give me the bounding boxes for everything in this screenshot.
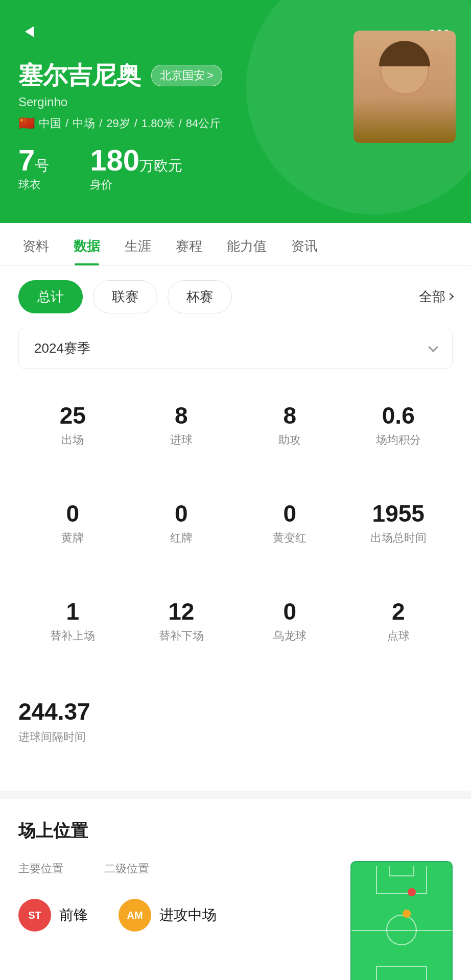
jersey-number: 7号	[18, 145, 49, 175]
main-content: 总计 联赛 杯赛 全部 2024赛季 25 出场 8 进球 8 助攻	[0, 266, 471, 791]
flag-icon: 🇨🇳	[18, 115, 35, 131]
position-badges: ST 前锋 AM 进攻中场	[18, 899, 330, 942]
stat-label: 黄牌	[23, 530, 122, 546]
position-content: 主要位置 二级位置 ST 前锋 AM 进攻中场	[18, 861, 453, 980]
season-label: 2024赛季	[34, 339, 90, 357]
primary-position-label: 主要位置	[18, 861, 63, 876]
stat-total-time: 1955 出场总时间	[344, 487, 453, 560]
stat-value: 244.37	[18, 698, 453, 725]
penalty-box-bottom	[376, 966, 427, 980]
position-tag-am: AM	[119, 899, 151, 932]
filter-league[interactable]: 联赛	[93, 280, 157, 313]
stat-value: 25	[23, 404, 122, 427]
chevron-down-icon	[428, 342, 438, 352]
section-divider	[0, 791, 471, 799]
player-height: 1.80米	[142, 116, 175, 131]
stat-assists: 8 助攻	[236, 389, 344, 462]
stats-row-3: 1 替补上场 12 替补下场 0 乌龙球 2 点球	[18, 585, 453, 658]
stat-value: 0	[241, 600, 339, 623]
stat-label: 出场总时间	[349, 530, 448, 546]
stat-value: 0	[132, 502, 231, 525]
player-age: 29岁	[106, 116, 130, 131]
stat-red-card: 0 红牌	[127, 487, 236, 560]
tab-profile[interactable]: 资料	[10, 223, 61, 265]
stats-section: 25 出场 8 进球 8 助攻 0.6 场均积分 0 黄牌 0	[0, 389, 471, 770]
chevron-right-icon	[446, 292, 454, 300]
market-value-stat: 180万欧元 身价	[90, 145, 182, 192]
stat-avg-score: 0.6 场均积分	[344, 389, 453, 462]
player-photo	[354, 31, 456, 143]
stats-row-2: 0 黄牌 0 红牌 0 黄变红 1955 出场总时间	[18, 487, 453, 560]
team-name: 北京国安	[160, 68, 205, 83]
stat-label: 红牌	[132, 530, 231, 546]
stat-label: 出场	[23, 432, 122, 448]
filter-all[interactable]: 全部	[419, 288, 453, 306]
stat-label: 助攻	[241, 432, 339, 448]
stat-value: 12	[132, 600, 231, 623]
player-position: 中场	[73, 116, 95, 131]
stat-yellow-to-red: 0 黄变红	[236, 487, 344, 560]
back-button[interactable]	[18, 20, 41, 43]
team-badge[interactable]: 北京国安 >	[151, 65, 222, 86]
filter-cup[interactable]: 杯赛	[168, 280, 232, 313]
tab-data[interactable]: 数据	[61, 223, 112, 265]
primary-position-name: 前锋	[59, 905, 88, 925]
tab-schedule[interactable]: 赛程	[163, 223, 215, 265]
jersey-stat: 7号 球衣	[18, 145, 49, 192]
goal-box-top	[389, 866, 414, 876]
secondary-position-label: 二级位置	[104, 861, 149, 876]
stat-label: 替补下场	[132, 628, 231, 644]
filter-row: 总计 联赛 杯赛 全部	[0, 266, 471, 328]
season-selector[interactable]: 2024赛季	[18, 328, 453, 369]
position-marker-primary	[408, 888, 416, 896]
tab-career[interactable]: 生涯	[112, 223, 163, 265]
position-col-headers: 主要位置 二级位置	[18, 861, 330, 887]
position-section: 场上位置 主要位置 二级位置 ST 前锋 AM 进攻中场	[0, 799, 471, 980]
secondary-position-name: 进攻中场	[159, 905, 217, 925]
stat-label: 场均积分	[349, 432, 448, 448]
stat-goal-interval: 244.37 进球间隔时间	[18, 683, 453, 770]
secondary-position-badge: AM 进攻中场	[119, 899, 217, 932]
tab-news[interactable]: 资讯	[279, 223, 330, 265]
stat-value: 2	[349, 600, 448, 623]
stat-value: 0	[241, 502, 339, 525]
stat-yellow-card: 0 黄牌	[18, 487, 127, 560]
primary-position-badge: ST 前锋	[18, 899, 88, 932]
market-value-number: 180万欧元	[90, 145, 182, 175]
hero-section: 塞尔吉尼奥 北京国安 > Serginho 🇨🇳 中国 / 中场 / 29岁 /…	[0, 0, 471, 223]
stat-goals: 8 进球	[127, 389, 236, 462]
player-nationality: 中国	[39, 116, 61, 131]
stat-sub-out: 12 替补下场	[127, 585, 236, 658]
filter-total[interactable]: 总计	[18, 280, 83, 313]
stat-value: 8	[241, 404, 339, 427]
stat-label: 点球	[349, 628, 448, 644]
stat-value: 1	[23, 600, 122, 623]
position-section-title: 场上位置	[18, 819, 453, 843]
tab-ability[interactable]: 能力值	[215, 223, 279, 265]
team-link-chevron: >	[207, 69, 214, 82]
back-arrow-icon	[25, 26, 34, 37]
player-hero-stats: 7号 球衣 180万欧元 身价	[18, 145, 453, 192]
stat-label: 黄变红	[241, 530, 339, 546]
stat-value: 8	[132, 404, 231, 427]
stat-label: 进球间隔时间	[18, 729, 453, 745]
stat-value: 0	[23, 502, 122, 525]
football-field	[350, 861, 453, 980]
stat-label: 进球	[132, 432, 231, 448]
tab-bar: 资料 数据 生涯 赛程 能力值 资讯	[0, 223, 471, 266]
stat-sub-in: 1 替补上场	[18, 585, 127, 658]
jersey-label: 球衣	[18, 177, 49, 192]
stat-value: 0.6	[349, 404, 448, 427]
field-container	[350, 861, 453, 980]
position-marker-secondary	[403, 910, 411, 918]
position-tag-st: ST	[18, 899, 51, 932]
position-left: 主要位置 二级位置 ST 前锋 AM 进攻中场	[18, 861, 330, 942]
stat-appearances: 25 出场	[18, 389, 127, 462]
player-weight: 84公斤	[186, 116, 221, 131]
stat-value: 1955	[349, 502, 448, 525]
stat-penalty: 2 点球	[344, 585, 453, 658]
stat-label: 乌龙球	[241, 628, 339, 644]
market-value-label: 身价	[90, 177, 182, 192]
stats-row-1: 25 出场 8 进球 8 助攻 0.6 场均积分	[18, 389, 453, 462]
stat-own-goal: 0 乌龙球	[236, 585, 344, 658]
